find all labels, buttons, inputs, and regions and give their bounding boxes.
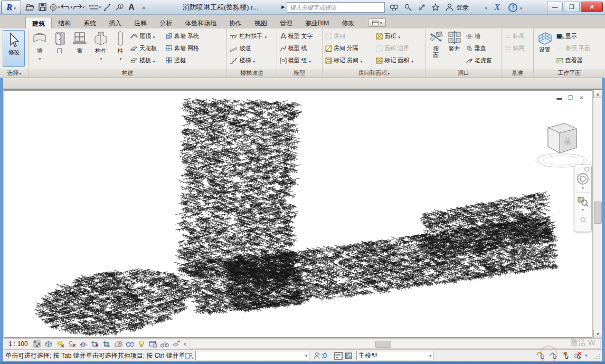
unlocked-view-icon[interactable]	[114, 339, 124, 349]
text-button[interactable]: A	[126, 2, 137, 13]
visual-style-icon[interactable]	[44, 339, 54, 349]
scroll-down-icon[interactable]: ▼	[593, 330, 602, 338]
column-dropdown-icon[interactable]	[119, 55, 122, 61]
aligned-dimension-button[interactable]	[101, 2, 113, 13]
view-restore-icon[interactable]: ❐	[566, 95, 574, 102]
zoom-region-icon[interactable]	[577, 195, 589, 207]
tab-structure[interactable]: 结构	[52, 17, 77, 28]
curtain-grid-button[interactable]: 幕墙 网格	[164, 42, 207, 54]
navbar-close-icon[interactable]	[584, 167, 589, 171]
viewcube[interactable]: 前	[532, 117, 590, 170]
shadows-icon[interactable]	[67, 339, 77, 349]
component-button[interactable]: 构件	[90, 29, 112, 68]
help-dropdown-icon[interactable]	[519, 4, 522, 11]
window-button[interactable]: 窗	[70, 29, 90, 68]
active-design-option-icon[interactable]	[344, 351, 354, 360]
area-button[interactable]: 面积	[374, 30, 424, 42]
viewer-button[interactable]: 查看器	[555, 54, 603, 66]
column-button[interactable]: 柱	[112, 29, 129, 68]
displacement-sets-icon[interactable]	[172, 339, 182, 349]
select-links-toggle[interactable]	[536, 351, 546, 360]
active-workset-select[interactable]: ▾	[195, 351, 309, 360]
select-underlay-toggle[interactable]	[548, 351, 559, 360]
sun-path-icon[interactable]	[55, 339, 65, 349]
infocenter-search-input[interactable]: 键入关键字或短语	[287, 2, 385, 13]
scroll-up-icon[interactable]: ▲	[593, 90, 602, 98]
application-menu-button[interactable]: R	[1, 1, 21, 14]
tag-area-button[interactable]: 标记 面积	[374, 54, 424, 66]
tab-manage[interactable]: 管理	[273, 17, 299, 28]
railing-button[interactable]: 栏杆扶手	[228, 30, 275, 42]
active-design-option-select[interactable]: 主模型▾	[356, 351, 433, 360]
search-icon[interactable]	[389, 2, 400, 13]
set-workplane-button[interactable]: 设置	[535, 29, 555, 68]
wall-dropdown-icon[interactable]	[39, 55, 41, 61]
show-crop-region-icon[interactable]	[102, 339, 112, 349]
build-panel-label[interactable]: 构建	[29, 69, 226, 78]
ramp-button[interactable]: 坡道	[228, 42, 275, 54]
render-dialog-icon[interactable]	[79, 339, 89, 349]
save-button[interactable]	[36, 2, 48, 13]
user-icon[interactable]	[443, 2, 455, 13]
room-separator-button[interactable]: 房间 分隔	[324, 42, 374, 54]
tab-insert[interactable]: 插入	[102, 17, 128, 28]
steering-wheel-dropdown-icon[interactable]: ▾	[582, 186, 584, 190]
workplane-panel-label[interactable]: 工作平面	[534, 69, 605, 78]
analytical-model-icon[interactable]	[160, 339, 170, 349]
model-group-button[interactable]: 模型 组	[278, 54, 321, 66]
detail-level-icon[interactable]	[32, 339, 42, 349]
opening-by-face-button[interactable]: 按面	[427, 29, 445, 68]
temporary-view-properties-icon[interactable]	[148, 339, 158, 349]
viewbar-collapse-icon[interactable]: <	[184, 341, 187, 347]
subscription-center-icon[interactable]	[402, 2, 414, 13]
redo-button[interactable]	[73, 2, 84, 13]
exchange-apps-icon[interactable]: X	[495, 3, 500, 12]
crop-view-icon[interactable]	[90, 339, 100, 349]
tab-pengye-bim[interactable]: 鹏业BIM	[299, 17, 335, 28]
open-button[interactable]	[24, 2, 36, 13]
zoom-dropdown-icon[interactable]: ▾	[582, 208, 584, 212]
select-pinned-toggle[interactable]	[560, 351, 571, 360]
tag-by-category-button[interactable]: 1	[114, 2, 125, 13]
title-expand-icon[interactable]: ▶	[281, 4, 285, 9]
horizontal-scrollbar[interactable]	[189, 340, 601, 349]
login-button[interactable]: 登录	[456, 3, 469, 12]
editing-requests[interactable]: :0	[314, 352, 327, 359]
measure-button[interactable]	[89, 2, 101, 13]
tab-annotate[interactable]: 注释	[128, 17, 153, 28]
tab-view[interactable]: 视图	[248, 17, 273, 28]
tab-analyze[interactable]: 分析	[153, 17, 178, 28]
tab-systems[interactable]: 系统	[77, 17, 102, 28]
reveal-hidden-icon[interactable]	[137, 339, 147, 349]
close-button[interactable]: ✕	[581, 2, 603, 12]
tab-collaborate[interactable]: 协作	[223, 17, 248, 28]
select-by-face-toggle[interactable]	[572, 351, 583, 360]
door-button[interactable]: 门	[50, 29, 70, 68]
ceiling-button[interactable]: 天花板	[129, 42, 164, 54]
level-button[interactable]: 标高	[503, 30, 532, 42]
wall-opening-button[interactable]: 墙	[464, 30, 498, 42]
model-view-canvas[interactable]: ▬ ❐ ✕ 前 ▾ ▾	[4, 90, 592, 338]
area-boundary-button[interactable]: 面积 边界	[374, 42, 424, 54]
model-text-button[interactable]: 模型 文字	[278, 30, 321, 42]
shaft-button[interactable]: 竖井	[445, 29, 464, 68]
component-dropdown-icon[interactable]	[100, 55, 102, 61]
model-panel-label[interactable]: 模型	[277, 69, 322, 78]
help-icon[interactable]: ?	[508, 3, 517, 12]
circulation-panel-label[interactable]: 楼梯坡道	[227, 69, 276, 78]
model-line-button[interactable]: 模型 线	[278, 42, 321, 54]
steering-wheel-icon[interactable]	[576, 173, 589, 185]
dormer-button[interactable]: 老虎窗	[464, 54, 498, 66]
roof-button[interactable]: 屋顶	[129, 30, 164, 42]
vertical-scroll-thumb[interactable]	[594, 202, 602, 224]
view-scale-button[interactable]: 1 : 100	[3, 340, 32, 348]
view-close-icon[interactable]: ✕	[578, 95, 585, 102]
opening-panel-label[interactable]: 洞口	[426, 69, 501, 78]
navbar-bottom-icon[interactable]	[581, 217, 585, 222]
communication-center-icon[interactable]	[416, 2, 428, 13]
temporary-hide-isolate-icon[interactable]	[125, 339, 135, 349]
modify-button[interactable]: 修改	[3, 30, 25, 67]
undo-button[interactable]	[61, 2, 72, 13]
tag-room-button[interactable]: 标记 房间	[324, 54, 374, 66]
tab-modify[interactable]: 修改	[335, 17, 361, 28]
